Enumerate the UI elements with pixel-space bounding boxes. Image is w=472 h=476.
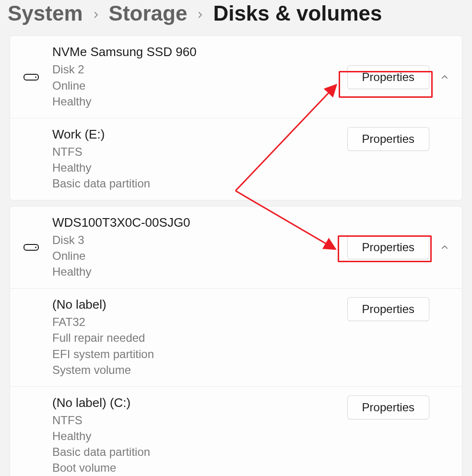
chevron-right-icon: [92, 8, 100, 19]
volume-health: Healthy: [52, 428, 347, 444]
volume-name: Work (E:): [52, 127, 347, 142]
volume-row: (No label) FAT32 Full repair needed EFI …: [10, 288, 462, 386]
disk-name: NVMe Samsung SSD 960: [52, 45, 347, 59]
breadcrumb: System Storage Disks & volumes: [0, 0, 472, 35]
volume-health: Healthy: [52, 160, 347, 175]
volume-extra: System volume: [52, 362, 347, 378]
disk-number: Disk 2: [52, 61, 347, 77]
properties-button[interactable]: Properties: [347, 65, 429, 89]
volume-filesystem: NTFS: [52, 144, 347, 160]
volume-partition-type: Basic data partition: [52, 175, 347, 191]
volume-filesystem: NTFS: [52, 412, 347, 428]
breadcrumb-system[interactable]: System: [8, 2, 83, 25]
chevron-up-icon[interactable]: [438, 241, 451, 254]
properties-button[interactable]: Properties: [347, 235, 429, 259]
volume-partition-type: EFI system partition: [52, 346, 347, 362]
volume-health: Full repair needed: [52, 330, 347, 346]
disk-health-status: Healthy: [52, 264, 347, 279]
volume-name: (No label): [52, 297, 347, 312]
volume-extra: Boot volume: [52, 460, 347, 476]
disk-online-status: Online: [52, 78, 347, 93]
chevron-right-icon: [196, 8, 204, 19]
breadcrumb-storage[interactable]: Storage: [109, 2, 188, 25]
chevron-up-icon[interactable]: [438, 70, 451, 84]
properties-button[interactable]: Properties: [347, 395, 429, 419]
volume-name: (No label) (C:): [52, 395, 347, 410]
disk-health-status: Healthy: [52, 93, 347, 109]
disk-icon: [24, 244, 39, 251]
disk-card: NVMe Samsung SSD 960 Disk 2 Online Healt…: [10, 35, 462, 200]
disk-name: WDS100T3X0C-00SJG0: [52, 215, 347, 230]
properties-button[interactable]: Properties: [347, 297, 429, 321]
disk-number: Disk 3: [52, 232, 347, 248]
volume-row: (No label) (C:) NTFS Healthy Basic data …: [10, 386, 462, 476]
volume-row: Work (E:) NTFS Healthy Basic data partit…: [10, 118, 462, 200]
disk-card: WDS100T3X0C-00SJG0 Disk 3 Online Healthy…: [10, 206, 462, 476]
disk-icon: [24, 74, 39, 81]
disk-header-row: WDS100T3X0C-00SJG0 Disk 3 Online Healthy…: [10, 207, 462, 288]
disk-header-row: NVMe Samsung SSD 960 Disk 2 Online Healt…: [10, 36, 462, 117]
breadcrumb-current: Disks & volumes: [213, 2, 382, 25]
volume-partition-type: Basic data partition: [52, 444, 347, 460]
properties-button[interactable]: Properties: [347, 127, 429, 151]
disk-online-status: Online: [52, 248, 347, 264]
volume-filesystem: FAT32: [52, 314, 347, 330]
